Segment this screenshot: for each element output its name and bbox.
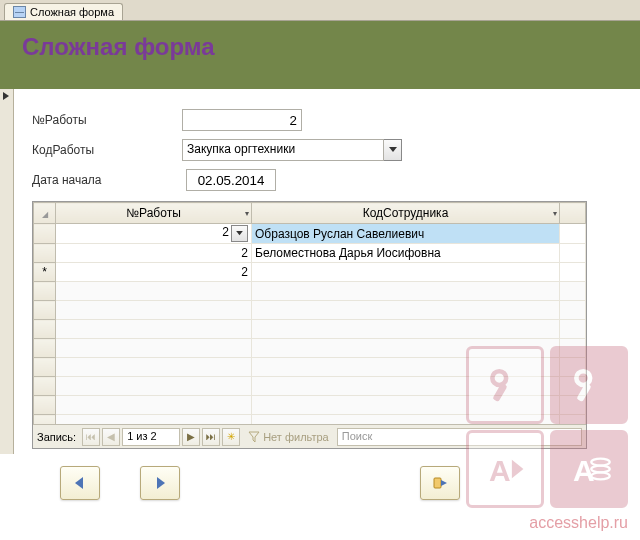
nav-new-button[interactable]: ✳ (222, 428, 240, 446)
nav-last-button[interactable]: ⏭ (202, 428, 220, 446)
svg-rect-5 (434, 478, 441, 488)
form-icon (13, 6, 26, 18)
nav-filter-indicator[interactable]: Нет фильтра (248, 431, 329, 443)
chevron-down-icon[interactable]: ▾ (553, 209, 557, 218)
start-date-label: Дата начала (32, 173, 182, 187)
prev-record-button[interactable] (60, 466, 100, 500)
current-record-pointer-icon (3, 92, 9, 100)
table-row[interactable]: 2 Образцов Руслан Савелиевич (34, 224, 586, 244)
tabstrip: Сложная форма (0, 0, 640, 21)
cell-employee[interactable] (252, 263, 560, 282)
funnel-icon (248, 431, 260, 443)
page-title: Сложная форма (22, 33, 640, 61)
work-no-field[interactable] (182, 109, 302, 131)
nav-label: Запись: (37, 431, 76, 443)
svg-text:A: A (489, 454, 511, 487)
watermark-icons: A A (466, 346, 628, 508)
start-date-field[interactable] (186, 169, 276, 191)
svg-marker-1 (236, 231, 243, 235)
svg-marker-12 (512, 460, 524, 478)
select-all-cell[interactable]: ◢ (34, 203, 56, 224)
svg-point-9 (576, 371, 590, 385)
work-code-dropdown-button[interactable] (384, 139, 402, 161)
svg-point-7 (492, 371, 506, 385)
nav-first-button[interactable]: ⏮ (82, 428, 100, 446)
add-column-cell[interactable] (560, 203, 586, 224)
close-form-button[interactable] (420, 466, 460, 500)
svg-marker-3 (75, 477, 83, 489)
col-header-work-no[interactable]: №Работы ▾ (56, 203, 252, 224)
nav-position-box[interactable]: 1 из 2 (122, 428, 180, 446)
cell-work-no[interactable]: 2 (56, 263, 252, 282)
work-code-combo[interactable]: Закупка оргтехники (182, 139, 384, 161)
new-row-marker[interactable]: * (34, 263, 56, 282)
svg-marker-6 (441, 480, 447, 486)
cell-employee[interactable]: Беломестнова Дарья Иосифовна (252, 244, 560, 263)
chevron-down-icon[interactable]: ▾ (245, 209, 249, 218)
nav-prev-button[interactable]: ◀ (102, 428, 120, 446)
nav-next-button[interactable]: ▶ (182, 428, 200, 446)
svg-marker-0 (389, 147, 397, 152)
cell-work-no[interactable]: 2 (56, 224, 252, 244)
tab-complex-form[interactable]: Сложная форма (4, 3, 123, 20)
next-record-button[interactable] (140, 466, 180, 500)
form-header: Сложная форма (0, 21, 640, 89)
tab-title: Сложная форма (30, 6, 114, 18)
cell-dropdown-button[interactable] (231, 225, 248, 242)
table-new-row[interactable]: * 2 (34, 263, 586, 282)
table-row[interactable]: 2 Беломестнова Дарья Иосифовна (34, 244, 586, 263)
work-no-label: №Работы (32, 113, 182, 127)
col-header-employee[interactable]: КодСотрудника ▾ (252, 203, 560, 224)
cell-employee[interactable]: Образцов Руслан Савелиевич (252, 224, 560, 244)
cell-work-no[interactable]: 2 (56, 244, 252, 263)
row-selector[interactable] (34, 244, 56, 263)
svg-marker-4 (157, 477, 165, 489)
watermark-text: accesshelp.ru (529, 514, 628, 532)
row-selector[interactable] (34, 224, 56, 244)
work-code-label: КодРаботы (32, 143, 182, 157)
record-selector-bar[interactable] (0, 89, 14, 454)
svg-marker-2 (249, 432, 259, 442)
